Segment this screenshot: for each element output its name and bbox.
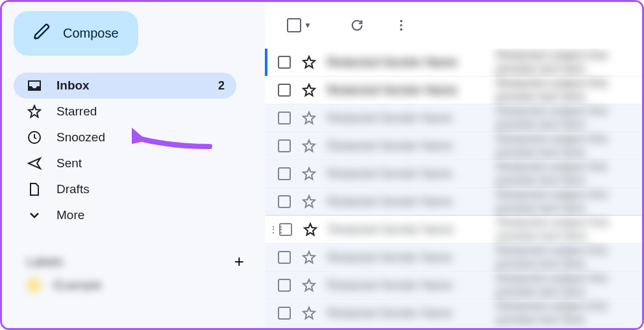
star-toggle[interactable] — [301, 82, 317, 98]
sidebar-item-more[interactable]: More — [14, 202, 236, 228]
email-row[interactable]: Redacted Sender NameRedacted subject lin… — [265, 160, 642, 188]
sender-text: Redacted Sender Name — [327, 195, 496, 209]
file-icon — [27, 182, 42, 197]
star-toggle[interactable] — [301, 194, 317, 209]
email-row[interactable]: Redacted Sender NameRedacted subject lin… — [265, 132, 642, 160]
sender-text: Redacted Sender Name — [327, 56, 496, 69]
row-checkbox[interactable] — [279, 223, 292, 236]
svg-marker-14 — [303, 307, 315, 319]
row-checkbox[interactable] — [278, 307, 291, 320]
row-checkbox[interactable] — [278, 139, 291, 152]
main-panel: ▼ Redacted Sender NameRedacted subject l… — [265, 2, 642, 328]
drag-handle-icon[interactable]: ⋮⋮ — [269, 224, 279, 235]
label-color-dot — [27, 278, 41, 292]
sender-text: Redacted Sender Name — [328, 223, 497, 237]
labels-header: Labels + — [14, 252, 260, 272]
clock-icon — [27, 130, 42, 145]
svg-marker-5 — [303, 56, 315, 68]
sender-text: Redacted Sender Name — [327, 307, 496, 320]
svg-marker-8 — [303, 140, 315, 152]
subject-text: Redacted subject line preview text here — [496, 300, 642, 327]
star-toggle[interactable] — [301, 305, 317, 321]
email-row[interactable]: Redacted Sender NameRedacted subject lin… — [265, 104, 642, 132]
compose-button[interactable]: Compose — [14, 11, 138, 56]
refresh-button[interactable] — [343, 11, 371, 40]
nav-list: Inbox 2 Starred Snoozed Sent — [14, 73, 260, 228]
inbox-icon — [27, 78, 42, 93]
svg-marker-10 — [303, 196, 315, 207]
email-list: Redacted Sender NameRedacted subject lin… — [265, 49, 642, 328]
svg-marker-11 — [304, 224, 316, 235]
star-toggle[interactable] — [301, 250, 317, 265]
row-checkbox[interactable] — [278, 195, 291, 208]
star-toggle[interactable] — [301, 54, 317, 70]
send-icon — [27, 156, 42, 171]
subject-text: Redacted subject line preview text here — [496, 188, 642, 215]
sidebar-label: More — [56, 208, 84, 222]
more-menu-button[interactable] — [387, 11, 415, 40]
sidebar-label: Starred — [56, 104, 97, 119]
subject-text: Redacted subject line preview text here — [496, 77, 642, 104]
pencil-icon — [33, 23, 51, 44]
email-row[interactable]: Redacted Sender NameRedacted subject lin… — [265, 77, 642, 104]
add-label-button[interactable]: + — [234, 252, 244, 272]
email-row[interactable]: Redacted Sender NameRedacted subject lin… — [265, 188, 642, 216]
sidebar-item-starred[interactable]: Starred — [14, 99, 236, 124]
sidebar-item-drafts[interactable]: Drafts — [14, 176, 236, 202]
toolbar: ▼ — [265, 2, 642, 49]
star-toggle[interactable] — [301, 277, 317, 293]
star-toggle[interactable] — [301, 138, 317, 154]
caret-down-icon: ▼ — [304, 21, 312, 30]
checkbox-icon — [287, 18, 301, 32]
sender-text: Redacted Sender Name — [327, 84, 496, 97]
sidebar-item-sent[interactable]: Sent — [14, 150, 236, 176]
email-row[interactable]: Redacted Sender NameRedacted subject lin… — [265, 49, 642, 77]
subject-text: Redacted subject line preview text here — [497, 216, 642, 243]
subject-text: Redacted subject line preview text here — [496, 104, 642, 132]
sender-text: Redacted Sender Name — [327, 139, 496, 153]
chevron-down-icon — [27, 207, 42, 223]
row-checkbox[interactable] — [278, 112, 291, 124]
email-row[interactable]: Redacted Sender NameRedacted subject lin… — [265, 300, 642, 327]
sender-text: Redacted Sender Name — [327, 112, 496, 125]
labels-heading: Labels — [27, 255, 63, 269]
svg-point-2 — [400, 20, 402, 23]
row-checkbox[interactable] — [278, 84, 291, 97]
email-row[interactable]: Redacted Sender NameRedacted subject lin… — [265, 244, 642, 272]
sender-text: Redacted Sender Name — [327, 167, 496, 181]
subject-text: Redacted subject line preview text here — [496, 244, 642, 271]
svg-marker-7 — [303, 112, 315, 124]
svg-marker-0 — [29, 106, 40, 117]
row-checkbox[interactable] — [278, 167, 291, 180]
label-item[interactable]: Example — [14, 272, 260, 292]
star-toggle[interactable] — [301, 166, 317, 182]
subject-text: Redacted subject line preview text here — [496, 132, 642, 159]
sidebar-label: Inbox — [56, 78, 90, 93]
subject-text: Redacted subject line preview text here — [496, 272, 642, 299]
sidebar-label: Sent — [56, 156, 82, 171]
sidebar-label: Drafts — [56, 182, 90, 196]
more-vert-icon — [394, 18, 408, 32]
star-toggle[interactable] — [303, 222, 318, 237]
sidebar-item-inbox[interactable]: Inbox 2 — [14, 73, 236, 99]
svg-point-3 — [400, 24, 402, 27]
refresh-icon — [350, 18, 364, 32]
star-icon — [27, 104, 42, 119]
svg-marker-12 — [303, 252, 315, 263]
sidebar: Compose Inbox 2 Starred Snoozed — [2, 2, 265, 328]
email-row[interactable]: ⋮⋮Redacted Sender NameRedacted subject l… — [265, 216, 642, 244]
row-checkbox[interactable] — [278, 56, 291, 69]
subject-text: Redacted subject line preview text here — [496, 160, 642, 187]
compose-label: Compose — [63, 26, 119, 41]
sender-text: Redacted Sender Name — [327, 251, 496, 265]
svg-marker-13 — [303, 279, 315, 291]
email-row[interactable]: Redacted Sender NameRedacted subject lin… — [265, 272, 642, 300]
row-checkbox[interactable] — [278, 279, 291, 292]
select-all-checkbox[interactable]: ▼ — [283, 14, 316, 36]
svg-marker-9 — [303, 168, 315, 180]
star-toggle[interactable] — [301, 110, 317, 126]
sidebar-label: Snoozed — [56, 130, 105, 145]
sidebar-item-snoozed[interactable]: Snoozed — [14, 124, 236, 150]
sender-text: Redacted Sender Name — [327, 279, 496, 292]
row-checkbox[interactable] — [278, 251, 291, 264]
